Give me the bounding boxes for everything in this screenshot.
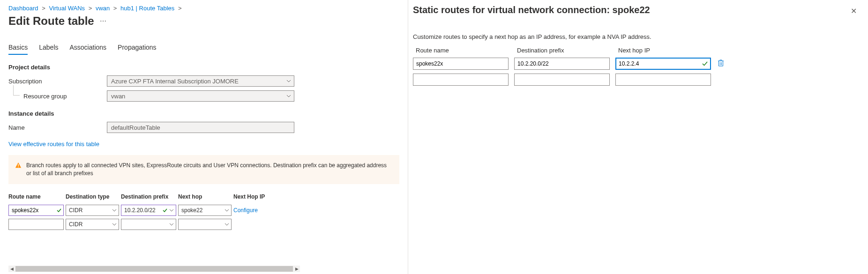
route-name-input[interactable] [8,219,64,230]
chevron-down-icon [286,80,291,82]
horizontal-scrollbar[interactable]: ◀ ▶ [8,266,300,272]
static-next-hop-ip-input[interactable] [615,74,711,86]
next-hop-select[interactable] [178,219,232,230]
name-input: defaultRouteTable [107,122,294,133]
info-banner: Branch routes apply to all connected VPN… [8,155,399,184]
tab-basics[interactable]: Basics [8,44,28,55]
static-next-hop-ip-field[interactable] [619,76,708,83]
tab-propagations[interactable]: Propagations [118,44,157,55]
route-name-field[interactable] [12,207,60,214]
project-details-heading: Project details [8,64,399,71]
scroll-thumb[interactable] [15,266,293,272]
col-destination-type: Destination type [66,193,119,200]
col-route-name: Route name [8,193,64,200]
static-next-hop-ip-input[interactable] [615,58,711,70]
scroll-right-icon[interactable]: ▶ [293,266,300,272]
breadcrumb-sep: > [113,5,117,12]
page-title: Edit Route table [8,15,94,28]
check-icon [57,208,61,212]
destination-type-select[interactable]: CIDR [66,219,119,230]
panel-title: Static routes for virtual network connec… [413,5,650,15]
static-destination-prefix-input[interactable] [514,58,610,70]
name-label: Name [8,124,107,131]
subscription-value: Azure CXP FTA Internal Subscription JOMO… [111,78,239,85]
chevron-down-icon [112,223,117,226]
breadcrumb-item-vwans[interactable]: Virtual WANs [49,5,85,12]
close-icon: ✕ [851,7,857,15]
view-effective-routes-link[interactable]: View effective routes for this table [8,141,99,148]
col-static-destination-prefix: Destination prefix [517,47,613,54]
tab-associations[interactable]: Associations [70,44,107,55]
destination-prefix-value: 10.2.20.0/22 [124,207,156,214]
breadcrumb-item-dashboard[interactable]: Dashboard [8,5,38,12]
instance-details-heading: Instance details [8,110,399,117]
more-actions-button[interactable]: ⋯ [100,17,106,25]
chevron-down-icon [112,209,117,212]
next-hop-value: spoke22 [181,207,202,214]
info-text: Branch routes apply to all connected VPN… [26,162,393,178]
static-route-name-field[interactable] [416,60,505,67]
close-panel-button[interactable]: ✕ [849,5,859,17]
check-icon [702,61,708,66]
breadcrumb-item-hub1[interactable]: hub1 | Route Tables [120,5,174,12]
scroll-left-icon[interactable]: ◀ [8,266,15,272]
subscription-select[interactable]: Azure CXP FTA Internal Subscription JOMO… [107,75,294,87]
check-icon [163,208,167,212]
breadcrumb-sep: > [89,5,92,12]
svg-rect-1 [18,167,18,167]
static-route-row [413,74,732,86]
breadcrumb-sep: > [178,5,182,12]
destination-prefix-select[interactable]: 10.2.20.0/22 [121,205,176,216]
breadcrumb-sep: > [42,5,45,12]
route-name-field[interactable] [12,221,60,228]
resource-group-value: vwan [111,93,125,100]
static-route-name-input[interactable] [413,58,509,70]
col-next-hop-ip: Next Hop IP [233,193,271,200]
name-value: defaultRouteTable [111,124,160,131]
destination-type-select[interactable]: CIDR [66,205,119,216]
col-static-route-name: Route name [416,47,511,54]
breadcrumb: Dashboard > Virtual WANs > vwan > hub1 |… [8,5,399,12]
route-name-input[interactable] [8,205,64,216]
trash-icon [718,59,724,68]
resource-group-label: Resource group [8,93,107,100]
delete-row-button[interactable] [717,59,725,68]
chevron-down-icon [169,223,174,226]
col-next-hop: Next hop [178,193,232,200]
chevron-down-icon [224,223,229,226]
static-route-row [413,58,732,70]
breadcrumb-item-vwan[interactable]: vwan [96,5,110,12]
chevron-down-icon [286,95,291,97]
col-static-next-hop-ip: Next hop IP [618,47,714,54]
resource-group-select[interactable]: vwan [107,90,294,102]
tab-labels[interactable]: Labels [39,44,58,55]
warning-icon [15,162,22,169]
destination-type-value: CIDR [69,221,82,228]
chevron-down-icon [224,209,229,212]
subscription-label: Subscription [8,78,107,85]
col-destination-prefix: Destination prefix [121,193,176,200]
destination-prefix-select[interactable] [121,219,176,230]
static-routes-table: Route name Destination prefix Next hop I… [413,47,732,86]
configure-next-hop-ip-link[interactable]: Configure [233,207,258,214]
static-next-hop-ip-field[interactable] [619,60,708,67]
static-destination-prefix-input[interactable] [514,74,610,86]
panel-description: Customize routes to specify a next hop a… [413,33,859,40]
static-destination-prefix-field[interactable] [517,76,606,83]
svg-rect-0 [18,164,18,166]
chevron-down-icon [169,209,174,212]
route-row: CIDR [8,219,399,230]
static-route-name-input[interactable] [413,74,509,86]
static-destination-prefix-field[interactable] [517,60,606,67]
next-hop-select[interactable]: spoke22 [178,205,232,216]
static-route-name-field[interactable] [416,76,505,83]
tab-bar: Basics Labels Associations Propagations [8,44,399,55]
destination-type-value: CIDR [69,207,82,214]
route-row: CIDR 10.2.20.0/22 spoke22 Configure [8,205,399,216]
routes-table: Route name Destination type Destination … [8,193,399,230]
